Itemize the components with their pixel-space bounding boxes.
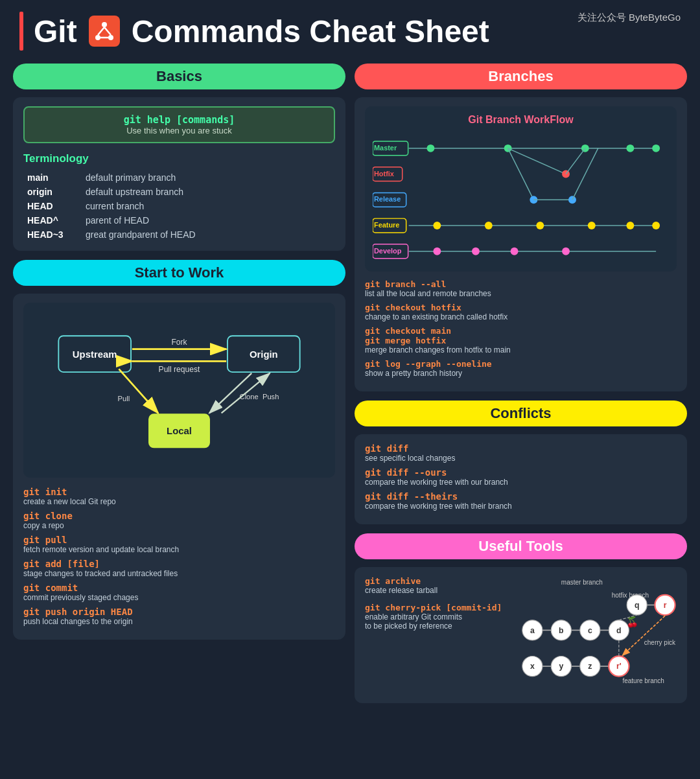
svg-line-21 xyxy=(119,369,158,413)
svg-text:Pull request: Pull request xyxy=(159,365,201,374)
svg-text:Hotfix: Hotfix xyxy=(374,170,394,178)
svg-text:Upstream: Upstream xyxy=(73,349,117,360)
svg-text:Feature: Feature xyxy=(374,221,399,229)
svg-point-52 xyxy=(485,222,493,229)
basics-panel: git help [commands] Use this when you ar… xyxy=(13,97,345,251)
start-to-work-panel: Upstream Origin Local Fork Pull request xyxy=(13,294,345,640)
svg-point-61 xyxy=(472,248,480,255)
branch-flow-svg: Master Hotfix xyxy=(373,132,669,261)
svg-text:Develop: Develop xyxy=(374,247,402,255)
git-help-desc: Use this when you are stuck xyxy=(34,126,325,135)
svg-point-55 xyxy=(626,222,634,229)
stw-cmd-name: git init xyxy=(23,487,335,497)
branch-cmd-desc: merge branch changes from hotfix to main xyxy=(365,345,677,355)
watermark: 关注公众号 ByteByteGo xyxy=(578,12,681,24)
git-text: Git xyxy=(34,14,77,49)
term-name: HEAD^ xyxy=(23,213,82,227)
svg-line-38 xyxy=(508,148,566,174)
branches-header: Branches xyxy=(355,64,687,89)
svg-text:master branch: master branch xyxy=(561,579,603,586)
stw-cmd-item: git add [file]stage changes to tracked a… xyxy=(23,559,335,578)
branch-cmd-item: git log --graph --onelineshow a pretty b… xyxy=(365,359,677,378)
conflict-cmd-desc: compare the working tree with our branch xyxy=(365,478,677,487)
tools-content: git archivecreate release tarballgit che… xyxy=(365,576,677,694)
term-name: main xyxy=(23,170,82,185)
stw-cmd-desc: fetch remote version and update local br… xyxy=(23,545,335,554)
stw-cmd-name: git clone xyxy=(23,511,335,521)
svg-point-34 xyxy=(626,145,634,152)
stw-cmd-item: git push origin HEADpush local changes t… xyxy=(23,607,335,626)
stw-cmd-name: git pull xyxy=(23,535,335,545)
basics-header: Basics xyxy=(13,64,345,89)
term-row: HEAD~3great grandparent of HEAD xyxy=(23,227,335,242)
branch-cmd-desc: change to an existing branch called hotf… xyxy=(365,312,677,321)
svg-point-62 xyxy=(511,248,519,255)
tools-commands: git archivecreate release tarballgit che… xyxy=(365,576,503,638)
conflict-cmd-item: git diffsee specific local changes xyxy=(365,443,677,463)
svg-text:Origin: Origin xyxy=(250,349,278,360)
conflict-cmd-item: git diff --theirscompare the working tre… xyxy=(365,491,677,511)
svg-point-1 xyxy=(102,22,107,27)
header-accent-bar xyxy=(19,12,23,51)
main-layout: Basics git help [commands] Use this when… xyxy=(0,57,700,716)
term-row: maindefault primary branch xyxy=(23,170,335,185)
useful-tools-section: Useful Tools git archivecreate release t… xyxy=(355,533,687,703)
term-desc: great grandparent of HEAD xyxy=(82,227,335,242)
branches-section: Branches Git Branch WorkFlow Master xyxy=(355,64,687,391)
term-desc: default primary branch xyxy=(82,170,335,185)
svg-point-31 xyxy=(426,145,434,152)
svg-text:q: q xyxy=(635,601,639,610)
useful-tools-header: Useful Tools xyxy=(355,533,687,559)
branch-cmd-name: git log --graph --oneline xyxy=(365,359,677,369)
term-name: HEAD xyxy=(23,199,82,213)
svg-line-40 xyxy=(566,148,585,174)
svg-text:d: d xyxy=(616,626,621,635)
tools-cmd-desc: enable arbitrary Git commitsto be picked… xyxy=(365,612,503,631)
tools-cmd-item: git cherry-pick [commit-id]enable arbitr… xyxy=(365,603,503,631)
cherry-pick-diagram: master branch hotfix branch feature bran… xyxy=(511,576,677,694)
conflict-cmd-desc: see specific local changes xyxy=(365,454,677,463)
stw-cmd-name: git commit xyxy=(23,583,335,593)
term-row: HEAD^parent of HEAD xyxy=(23,213,335,227)
branch-cmd-item: git checkout hotfixchange to an existing… xyxy=(365,303,677,321)
term-row: HEADcurrent branch xyxy=(23,199,335,213)
right-column: Branches Git Branch WorkFlow Master xyxy=(355,64,687,703)
stw-cmd-name: git add [file] xyxy=(23,559,335,569)
svg-text:Local: Local xyxy=(167,426,192,436)
branch-cmd-name: git branch --all xyxy=(365,279,677,289)
conflict-cmd-desc: compare the working tree with their bran… xyxy=(365,502,677,511)
svg-text:b: b xyxy=(559,626,563,635)
term-desc: default upstream branch xyxy=(82,185,335,199)
tools-cmd-name: git cherry-pick [commit-id] xyxy=(365,603,503,612)
branch-workflow-title: Git Branch WorkFlow xyxy=(373,114,669,126)
branch-cmd-desc: list all the local and remote branches xyxy=(365,289,677,298)
branch-commands: git branch --alllist all the local and r… xyxy=(365,279,677,378)
svg-point-60 xyxy=(433,248,441,255)
svg-point-35 xyxy=(652,145,660,152)
git-logo-icon xyxy=(86,13,122,49)
terminology-table: maindefault primary branchorigindefault … xyxy=(23,170,335,242)
start-to-work-header: Start to Work xyxy=(13,260,345,286)
term-desc: parent of HEAD xyxy=(82,213,335,227)
conflict-cmd-name: git diff --theirs xyxy=(365,491,677,502)
conflict-cmd-name: git diff --ours xyxy=(365,467,677,478)
conflict-cmd-item: git diff --ourscompare the working tree … xyxy=(365,467,677,487)
svg-text:Master: Master xyxy=(374,144,397,152)
terminology-title: Terminology xyxy=(23,152,335,165)
branch-cmd-name: git merge hotfix xyxy=(365,336,677,345)
svg-point-63 xyxy=(562,248,570,255)
svg-text:c: c xyxy=(588,626,592,635)
conflict-commands: git diffsee specific local changesgit di… xyxy=(365,443,677,511)
branches-panel: Git Branch WorkFlow Master Hotfix xyxy=(355,97,687,391)
stw-commands: git initcreate a new local Git repogit c… xyxy=(23,487,335,626)
svg-line-47 xyxy=(572,148,598,200)
svg-text:x: x xyxy=(530,662,535,671)
svg-text:Push: Push xyxy=(262,393,279,401)
svg-point-39 xyxy=(562,170,570,178)
tools-cmd-name: git archive xyxy=(365,576,503,586)
workflow-diagram: Upstream Origin Local Fork Pull request xyxy=(23,303,335,478)
stw-cmd-desc: copy a repo xyxy=(23,521,335,530)
conflicts-section: Conflicts git diffsee specific local cha… xyxy=(355,401,687,524)
term-name: origin xyxy=(23,185,82,199)
conflicts-panel: git diffsee specific local changesgit di… xyxy=(355,434,687,524)
